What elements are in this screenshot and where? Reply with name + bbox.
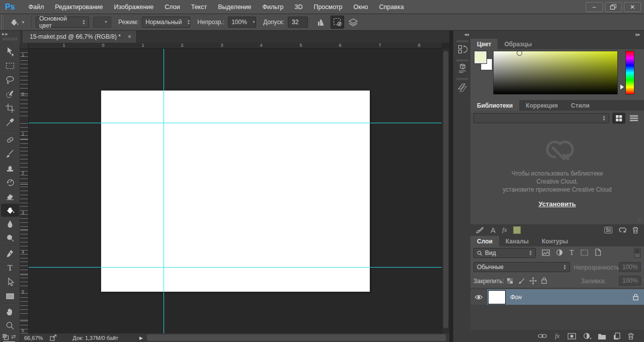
menu-help[interactable]: Справка xyxy=(374,4,410,11)
tool-rectangular-marquee[interactable] xyxy=(1,59,19,72)
tab-channels[interactable]: Каналы xyxy=(499,236,535,246)
document-size-info[interactable]: Док: 1,37М/0 байт xyxy=(72,335,118,341)
horizontal-scrollbar[interactable] xyxy=(146,333,449,342)
menu-file[interactable]: Файл xyxy=(23,4,50,11)
tool-brush[interactable] xyxy=(1,147,19,160)
layer-filter-select[interactable]: Вид ▲▼ xyxy=(473,248,536,258)
vertical-scrollbar[interactable] xyxy=(442,49,449,333)
tool-dodge[interactable] xyxy=(1,232,19,245)
lock-all-icon[interactable] xyxy=(541,277,547,284)
layer-filter-toggle[interactable] xyxy=(634,248,640,258)
minimize-button[interactable]: – xyxy=(586,2,603,12)
restore-button[interactable] xyxy=(605,2,622,12)
tab-layers[interactable]: Слои xyxy=(470,236,499,246)
add-graphic-icon[interactable] xyxy=(475,226,484,234)
grid-view-button[interactable] xyxy=(612,113,625,124)
horizontal-guide-bottom[interactable] xyxy=(29,267,442,268)
add-color-icon[interactable] xyxy=(513,226,521,234)
menu-filter[interactable]: Фильтр xyxy=(257,4,289,11)
new-adjustment-layer-icon[interactable] xyxy=(583,332,592,339)
menu-type[interactable]: Текст xyxy=(186,4,212,11)
tool-history-brush[interactable] xyxy=(1,176,19,189)
horizontal-ruler[interactable]: 1 0 1 2 3 4 5 6 7 8 xyxy=(29,43,442,49)
fill-source-select[interactable]: Основной цвет ▲▼ xyxy=(36,17,89,28)
tool-quick-selection[interactable] xyxy=(1,88,19,101)
trash-icon[interactable] xyxy=(627,332,634,340)
tool-preset-picker[interactable]: ▼ xyxy=(4,17,27,28)
menu-view[interactable]: Просмотр xyxy=(308,4,348,11)
anti-alias-toggle[interactable] xyxy=(315,16,329,29)
vertical-guide[interactable] xyxy=(164,49,164,333)
zoom-level[interactable]: 66,67% xyxy=(24,335,43,341)
default-colors-icon[interactable] xyxy=(2,333,9,340)
panel-resize-grip[interactable] xyxy=(637,218,642,223)
tab-styles[interactable]: Стили xyxy=(565,100,596,111)
menu-image[interactable]: Изображение xyxy=(109,4,159,11)
layer-row-background[interactable]: Фон xyxy=(470,289,644,305)
new-layer-icon[interactable] xyxy=(613,332,620,340)
filter-pixel-layers-icon[interactable] xyxy=(542,249,550,256)
expand-panels-chevron[interactable]: ◀◀ xyxy=(464,33,468,37)
lock-paint-icon[interactable] xyxy=(518,277,525,285)
tool-lasso[interactable] xyxy=(1,73,19,87)
list-view-button[interactable] xyxy=(627,113,640,124)
adobe-stock-icon[interactable]: St xyxy=(604,227,612,233)
add-character-style-icon[interactable]: A xyxy=(491,226,496,234)
tab-swatches[interactable]: Образцы xyxy=(498,39,538,49)
link-layers-icon[interactable] xyxy=(538,333,547,338)
tool-crop[interactable] xyxy=(1,102,19,115)
filter-type-layers-icon[interactable]: T xyxy=(570,249,574,257)
vertical-ruler[interactable]: 1 0 1 2 3 4 5 6 xyxy=(20,49,29,333)
hue-slider[interactable] xyxy=(625,51,634,95)
tool-hand[interactable] xyxy=(1,305,19,318)
foreground-color-swatch[interactable] xyxy=(474,51,487,63)
horizontal-guide-top[interactable] xyxy=(29,123,442,123)
tab-libraries[interactable]: Библиотеки xyxy=(470,100,519,111)
swap-colors-icon[interactable]: ⇄ xyxy=(11,333,16,340)
menu-edit[interactable]: Редактирование xyxy=(49,4,108,11)
new-group-icon[interactable] xyxy=(598,333,606,339)
document-tab[interactable]: 15-maket.psd @ 66,7% (RGB/8) * × xyxy=(23,31,137,43)
opacity-select[interactable]: 100% ▼ xyxy=(228,17,256,28)
saturation-brightness-field[interactable] xyxy=(493,51,618,95)
tab-paths[interactable]: Контуры xyxy=(535,236,575,246)
tolerance-input[interactable]: 32 xyxy=(288,17,308,28)
tool-eyedropper[interactable] xyxy=(1,116,19,129)
contiguous-toggle[interactable] xyxy=(331,16,344,29)
vertical-scrollbar-thumb[interactable] xyxy=(443,51,448,328)
menu-layers[interactable]: Слои xyxy=(159,4,185,11)
tab-adjustments[interactable]: Коррекция xyxy=(519,100,565,111)
options-bar-grip[interactable] xyxy=(0,14,4,30)
menu-select[interactable]: Выделение xyxy=(212,4,257,11)
tool-move[interactable] xyxy=(1,45,19,58)
tool-paint-bucket[interactable] xyxy=(1,204,19,217)
lock-position-icon[interactable] xyxy=(529,277,537,285)
library-select[interactable]: ▲▼ xyxy=(473,113,609,123)
add-layer-style-icon[interactable]: fx xyxy=(502,226,507,234)
mode-select[interactable]: Нормальный ▲▼ xyxy=(142,17,190,28)
visibility-cell[interactable] xyxy=(470,289,487,305)
share-icon[interactable] xyxy=(50,334,57,341)
tab-color[interactable]: Цвет xyxy=(470,39,498,49)
document-canvas[interactable] xyxy=(101,91,370,292)
canvas-viewport[interactable] xyxy=(29,49,442,333)
lock-transparency-icon[interactable] xyxy=(507,278,513,284)
layer-thumbnail[interactable] xyxy=(489,291,505,304)
filter-adjustment-layers-icon[interactable] xyxy=(556,249,563,256)
ruler-origin[interactable] xyxy=(20,43,29,49)
layer-name[interactable]: Фон xyxy=(510,294,522,301)
close-button[interactable]: ✕ xyxy=(624,2,641,12)
properties-panel-button[interactable] xyxy=(455,58,469,75)
all-layers-toggle[interactable] xyxy=(346,16,360,29)
horizontal-scrollbar-thumb[interactable] xyxy=(147,334,446,341)
color-field-cursor[interactable] xyxy=(517,50,522,56)
collapse-panels-chevron[interactable]: ▶▶ xyxy=(635,33,640,37)
tool-clone-stamp[interactable] xyxy=(1,161,19,175)
add-mask-icon[interactable] xyxy=(568,333,576,339)
tool-path-selection[interactable] xyxy=(1,276,19,289)
tool-type[interactable]: T xyxy=(1,262,19,275)
menu-window[interactable]: Окно xyxy=(348,4,374,11)
toolbar-collapse[interactable]: ▶▶ xyxy=(0,31,20,43)
tool-eraser[interactable] xyxy=(1,190,19,203)
close-tab-icon[interactable]: × xyxy=(128,33,131,40)
